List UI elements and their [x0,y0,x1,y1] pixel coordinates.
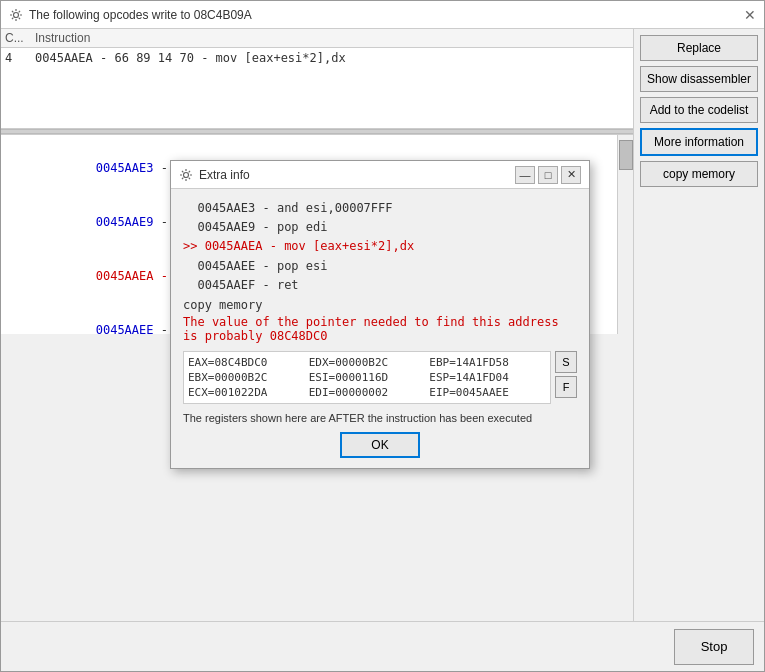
dialog-code-line-4: 0045AAEE - pop esi [183,257,577,276]
registers-grid: EAX=08C4BDC0 EDX=00000B2C EBP=14A1FD58 E… [183,351,551,404]
reg-s-button[interactable]: S [555,351,577,373]
registers-section: EAX=08C4BDC0 EDX=00000B2C EBP=14A1FD58 E… [183,351,577,412]
dialog-note: The registers shown here are AFTER the i… [183,412,577,424]
reg-ebx: EBX=00000B2C [188,371,305,384]
reg-esp: ESP=14A1FD04 [429,371,546,384]
reg-buttons: S F [555,351,577,412]
dialog-pointer-value: The value of the pointer needed to find … [183,315,577,343]
title-bar: The following opcodes write to 08C4B09A … [1,1,764,29]
dialog-code-line-1: 0045AAE3 - and esi,00007FFF [183,199,577,218]
dialog-copy-memory-link[interactable]: copy memory [183,298,577,312]
bottom-scrollbar-thumb[interactable] [619,140,633,170]
more-information-button[interactable]: More information [640,128,758,156]
dialog-code-line-2: 0045AAE9 - pop edi [183,218,577,237]
reg-eax: EAX=08C4BDC0 [188,356,305,369]
right-panel: Replace Show disassembler Add to the cod… [634,29,764,621]
close-button[interactable]: ✕ [744,8,756,22]
extra-info-dialog[interactable]: Extra info — □ ✕ 0045AAE3 - and esi,0000… [170,160,590,469]
copy-memory-button[interactable]: copy memory [640,161,758,187]
add-to-codelist-button[interactable]: Add to the codelist [640,97,758,123]
window-title: The following opcodes write to 08C4B09A [29,8,252,22]
reg-ebp: EBP=14A1FD58 [429,356,546,369]
col-instruction-header: Instruction [35,31,629,45]
col-c-header: C... [5,31,35,45]
dialog-gear-icon [179,168,193,182]
table-row[interactable]: 4 0045AAEA - 66 89 14 70 - mov [eax+esi*… [1,48,633,68]
registers-grid-wrap: EAX=08C4BDC0 EDX=00000B2C EBP=14A1FD58 E… [183,351,551,412]
table-area: C... Instruction 4 0045AAEA - 66 89 14 7… [1,29,633,129]
svg-point-1 [184,172,189,177]
dialog-code-line-5: 0045AAEF - ret [183,276,577,295]
show-disassembler-button[interactable]: Show disassembler [640,66,758,92]
title-bar-left: The following opcodes write to 08C4B09A [9,8,252,22]
row-instruction: 0045AAEA - 66 89 14 70 - mov [eax+esi*2]… [35,51,629,65]
reg-f-button[interactable]: F [555,376,577,398]
footer-bar: Stop [1,621,764,671]
dialog-title-bar: Extra info — □ ✕ [171,161,589,189]
reg-esi: ESI=0000116D [309,371,426,384]
bottom-scrollbar[interactable] [617,135,633,334]
dialog-title-text: Extra info [199,168,250,182]
dialog-controls: — □ ✕ [515,166,581,184]
row-count: 4 [5,51,35,65]
table-header: C... Instruction [1,29,633,48]
reg-edx: EDX=00000B2C [309,356,426,369]
dialog-close-button[interactable]: ✕ [561,166,581,184]
stop-button[interactable]: Stop [674,629,754,665]
svg-point-0 [14,12,19,17]
reg-edi: EDI=00000002 [309,386,426,399]
dialog-code-line-3: >> 0045AAEA - mov [eax+esi*2],dx [183,237,577,256]
dialog-maximize-button[interactable]: □ [538,166,558,184]
reg-ecx: ECX=001022DA [188,386,305,399]
replace-button[interactable]: Replace [640,35,758,61]
dialog-body: 0045AAE3 - and esi,00007FFF 0045AAE9 - p… [171,189,589,468]
reg-eip: EIP=0045AAEE [429,386,546,399]
dialog-minimize-button[interactable]: — [515,166,535,184]
gear-icon [9,8,23,22]
ok-button[interactable]: OK [340,432,420,458]
dialog-title-left: Extra info [179,168,250,182]
dialog-footer: OK [183,432,577,458]
